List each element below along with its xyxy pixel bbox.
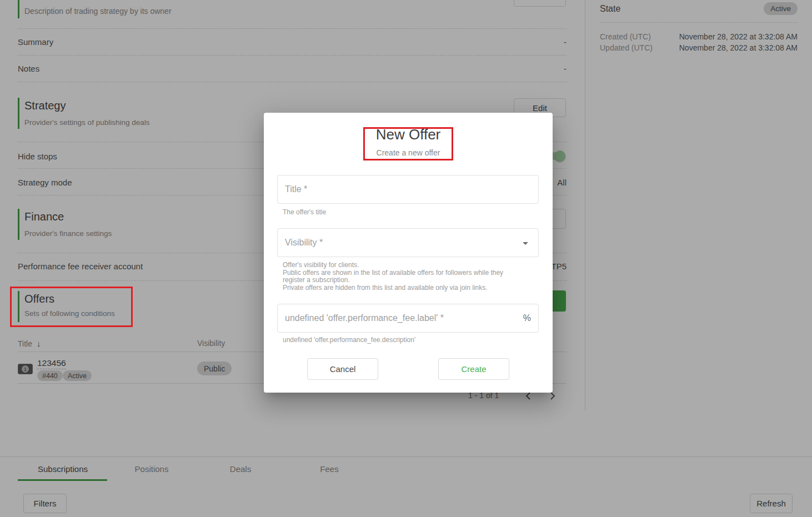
chevron-down-icon [523,242,528,245]
performance-fee-input[interactable] [277,304,539,333]
percent-suffix: % [523,313,531,323]
cancel-button[interactable]: Cancel [307,358,378,380]
visibility-select[interactable]: Visibility * [277,228,539,257]
annotation-box-offers-section [10,287,133,327]
fee-helper-text: undefined 'offer.performance_fee.descrip… [283,337,415,344]
visibility-helper-text: Offer's visibility for clients. Public o… [283,262,527,292]
create-button[interactable]: Create [438,358,509,380]
annotation-box-new-offer-title [363,127,453,160]
offer-title-input[interactable] [277,175,539,204]
visibility-select-placeholder: Visibility * [285,238,323,248]
title-helper-text: The offer's title [283,209,326,217]
performance-fee-field: % [277,304,539,333]
